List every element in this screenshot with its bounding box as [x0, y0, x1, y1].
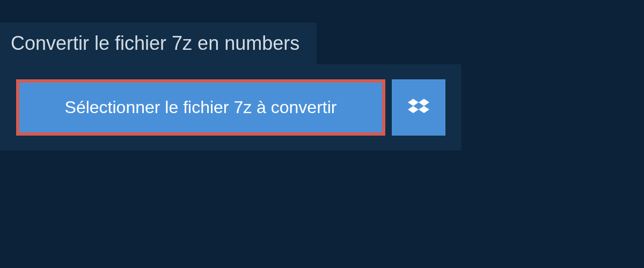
dropbox-button[interactable] — [392, 79, 445, 136]
tab-header: Convertir le fichier 7z en numbers — [0, 23, 317, 64]
page-title: Convertir le fichier 7z en numbers — [11, 32, 299, 55]
upload-panel: Sélectionner le fichier 7z à convertir — [0, 64, 462, 151]
dropbox-icon — [408, 97, 429, 118]
select-file-button[interactable]: Sélectionner le fichier 7z à convertir — [16, 79, 385, 136]
select-file-label: Sélectionner le fichier 7z à convertir — [65, 98, 337, 117]
